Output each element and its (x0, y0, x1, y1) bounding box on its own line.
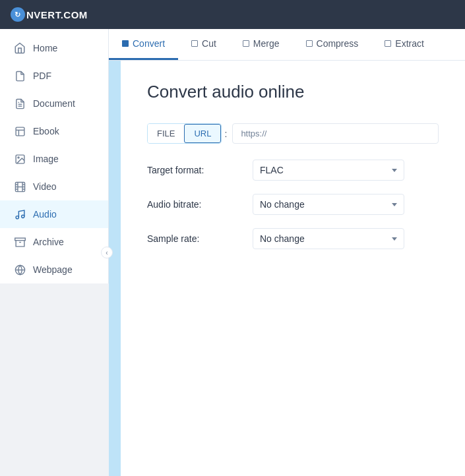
tab-cut-label: Cut (202, 38, 216, 49)
svg-point-15 (16, 216, 18, 218)
brand-name: NVERT.COM (26, 9, 88, 20)
sidebar-label-document: Document (33, 98, 75, 109)
tab-cut-indicator (191, 40, 198, 47)
tab-compress[interactable]: Compress (293, 29, 372, 60)
url-toggle-button[interactable]: URL (184, 124, 221, 143)
sidebar-item-home[interactable]: Home (0, 34, 108, 62)
sidebar-label-home: Home (33, 43, 57, 53)
svg-point-16 (21, 215, 24, 218)
sidebar: Home PDF Document Ebook (0, 29, 109, 476)
sidebar-label-archive: Archive (33, 237, 64, 247)
archive-icon (13, 235, 26, 249)
page-title: Convert audio online (147, 82, 439, 102)
tab-compress-label: Compress (317, 38, 359, 49)
main-area: Convert Cut Merge Compress Extract (109, 29, 465, 476)
audio-bitrate-select[interactable]: No change 64 kbps 128 kbps 192 kbps 256 … (253, 194, 404, 215)
file-url-toggle: FILE URL (147, 123, 222, 144)
sidebar-label-webpage: Webpage (33, 264, 73, 275)
sidebar-item-document[interactable]: Document (0, 90, 108, 117)
webpage-icon (13, 263, 26, 276)
sample-rate-label: Sample rate: (147, 233, 253, 244)
target-format-select[interactable]: FLAC MP3 WAV AAC OGG M4A WMA AIFF (253, 160, 404, 181)
tab-convert-indicator (122, 40, 129, 47)
svg-rect-2 (16, 127, 24, 136)
svg-point-6 (17, 156, 18, 158)
tab-convert[interactable]: Convert (109, 29, 178, 60)
sidebar-item-pdf[interactable]: PDF (0, 62, 108, 90)
sidebar-item-video[interactable]: Video (0, 173, 108, 200)
audio-bitrate-row: Audio bitrate: No change 64 kbps 128 kbp… (147, 194, 439, 215)
url-input[interactable] (232, 123, 439, 144)
sample-rate-row: Sample rate: No change 8000 Hz 11025 Hz … (147, 228, 439, 249)
sidebar-item-audio[interactable]: Audio (0, 200, 108, 228)
tabs-bar: Convert Cut Merge Compress Extract (109, 29, 465, 61)
sidebar-collapse-button[interactable]: ‹ (101, 247, 113, 258)
tab-merge[interactable]: Merge (230, 29, 293, 60)
sidebar-label-pdf: PDF (33, 71, 51, 81)
colon-separator: : (224, 129, 227, 139)
content-area: Convert audio online FILE URL : Target f… (109, 61, 465, 476)
sidebar-item-webpage[interactable]: Webpage (0, 256, 108, 283)
tab-extract[interactable]: Extract (371, 29, 437, 60)
blue-sidebar-bar (109, 61, 121, 476)
audio-icon (13, 208, 26, 221)
tab-extract-indicator (385, 40, 391, 47)
header: ↻ NVERT.COM (0, 0, 465, 29)
tab-extract-label: Extract (395, 38, 424, 49)
sidebar-label-image: Image (33, 154, 59, 164)
target-format-row: Target format: FLAC MP3 WAV AAC OGG M4A … (147, 160, 439, 181)
audio-bitrate-label: Audio bitrate: (147, 199, 253, 210)
tab-cut[interactable]: Cut (178, 29, 230, 60)
logo-icon: ↻ (11, 7, 25, 22)
image-icon (13, 152, 26, 165)
sidebar-item-image[interactable]: Image (0, 145, 108, 173)
tab-convert-label: Convert (133, 38, 165, 49)
svg-rect-17 (15, 238, 25, 241)
sidebar-label-ebook: Ebook (33, 126, 59, 136)
sidebar-label-video: Video (33, 181, 57, 192)
sample-rate-select[interactable]: No change 8000 Hz 11025 Hz 22050 Hz 4410… (253, 228, 404, 249)
tab-merge-indicator (243, 40, 249, 47)
sidebar-label-audio: Audio (33, 209, 57, 220)
target-format-label: Target format: (147, 165, 253, 175)
video-icon (13, 180, 26, 193)
ebook-icon (13, 125, 26, 138)
tab-merge-label: Merge (253, 38, 280, 49)
sidebar-item-ebook[interactable]: Ebook (0, 117, 108, 145)
sidebar-item-archive[interactable]: Archive (0, 228, 108, 256)
tab-compress-indicator (306, 40, 313, 47)
file-url-row: FILE URL : (147, 123, 439, 144)
pdf-icon (13, 69, 26, 82)
content-main: Convert audio online FILE URL : Target f… (121, 61, 465, 476)
file-toggle-button[interactable]: FILE (148, 124, 184, 143)
home-icon (13, 42, 26, 55)
document-icon (13, 97, 26, 110)
